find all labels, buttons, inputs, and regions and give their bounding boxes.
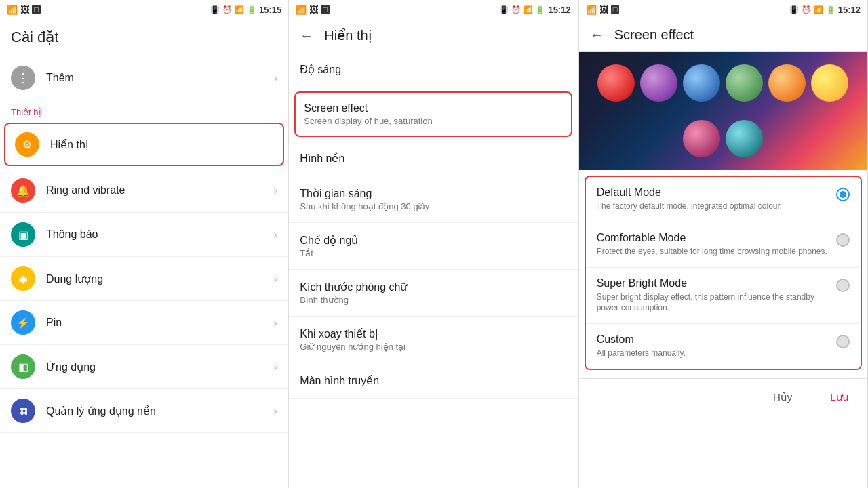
ring-chevron: › [273,184,277,198]
settings-item2-thoi-gian[interactable]: Thời gian sáng Sau khi không hoạt động 3… [289,176,577,223]
balls-container [579,52,867,170]
quan-ly-chevron: › [273,404,277,418]
settings-item-them[interactable]: ⋮ Thêm › [0,56,288,100]
battery-icon-2: 🔋 [536,5,545,14]
quan-ly-icon: ▦ [11,399,35,423]
default-mode-title: Default Mode [597,186,828,199]
ung-dung-label: Ứng dụng [46,361,273,373]
dung-luong-label: Dung lượng [46,272,273,285]
thong-bao-icon: ▣ [11,222,35,247]
signal-icon-2: 📶 [296,5,307,15]
settings-item-hien-thi[interactable]: ⚙ Hiển thị [4,123,284,166]
settings-item2-screen-effect[interactable]: Screen effect Screen display of hue, sat… [294,92,572,137]
hien-thi-label: Hiển thị [50,138,273,151]
screen-effect-subtitle: Screen display of hue, saturation [304,116,562,126]
settings-item2-hinh-nen[interactable]: Hình nền [289,141,577,176]
modes-container: Default Mode The factory default mode, i… [585,176,862,370]
pin-icon: ⚡ [11,310,35,335]
pin-label: Pin [46,317,273,329]
default-mode-radio[interactable] [836,188,850,201]
settings-item-dung-luong[interactable]: ◉ Dung lượng › [0,257,288,301]
settings-title: Cài đặt [11,28,277,46]
wifi-icon-3: 📶 [814,5,823,14]
dung-luong-chevron: › [273,272,277,286]
hero-image [579,52,867,170]
ball-orange [768,64,806,102]
ball-blue [683,64,720,102]
alarm-icon-1: ⏰ [222,5,232,14]
mode-item-comfortable[interactable]: Comfortable Mode Protect the eyes, suita… [586,222,861,268]
back-button-2[interactable]: ← [300,28,313,43]
che-do-ngu-subtitle: Tắt [300,248,566,258]
screen-effect-title: Screen effect [614,27,694,43]
custom-mode-radio[interactable] [836,335,850,348]
photo-icon-3: 🖼 [599,5,608,15]
status-bar-1: 📶 🖼 □ 📳 ⏰ 📶 🔋 15:15 [0,0,288,19]
ball-green [726,64,763,102]
section-device-label: Thiết bị [0,100,288,120]
comfortable-mode-title: Comfortable Mode [597,232,828,244]
comfortable-mode-text: Comfortable Mode Protect the eyes, suita… [597,232,828,258]
super-bright-mode-radio[interactable] [836,279,850,292]
panel-screen-effect: 📶 🖼 □ 📳 ⏰ 📶 🔋 15:12 ← Screen effect [578,0,868,488]
ball-pink [683,120,720,157]
mode-item-super-bright[interactable]: Super Bright Mode Super bright display e… [586,268,861,325]
mode-item-default[interactable]: Default Mode The factory default mode, i… [586,177,861,222]
ball-purple [640,64,677,102]
photo-icon-2: 🖼 [309,5,318,15]
settings-item-ung-dung[interactable]: ◧ Ứng dụng › [0,345,288,389]
thoi-gian-subtitle: Sau khi không hoạt động 30 giây [300,201,566,211]
super-bright-mode-title: Super Bright Mode [597,277,828,289]
screen-effect-header: ← Screen effect [579,19,867,52]
khi-xoay-label: Khi xoay thiết bị [300,327,566,340]
comfortable-mode-subtitle: Protect the eyes, suitable for long time… [597,246,828,258]
settings-list: ⋮ Thêm › Thiết bị ⚙ Hiển thị 🔔 Ring and … [0,56,288,488]
custom-mode-title: Custom [597,333,828,346]
comfortable-mode-radio[interactable] [836,233,850,247]
settings-item-quan-ly[interactable]: ▦ Quản lý ứng dụng nền › [0,389,288,433]
ung-dung-icon: ◧ [11,354,35,379]
ring-label: Ring and vibrate [46,184,273,197]
settings-item-ring[interactable]: 🔔 Ring and vibrate › [0,169,288,213]
settings-item2-do-sang[interactable]: Độ sáng [289,52,577,87]
wifi-icon-2: 📶 [524,5,533,14]
status-right-2: 📳 ⏰ 📶 🔋 15:12 [499,5,570,15]
status-bar-3: 📶 🖼 □ 📳 ⏰ 📶 🔋 15:12 [579,0,867,19]
save-button[interactable]: Lưu [825,387,854,407]
square-icon-2: □ [321,5,330,14]
ball-yellow [811,64,848,102]
status-left-2: 📶 🖼 □ [296,5,330,15]
alarm-icon-3: ⏰ [802,5,811,14]
status-time-3: 15:12 [838,5,861,15]
settings-item2-che-do-ngu[interactable]: Chế độ ngủ Tắt [289,223,577,270]
settings-item-thong-bao[interactable]: ▣ Thông báo › [0,213,288,257]
panel-settings: 📶 🖼 □ 📳 ⏰ 📶 🔋 15:15 Cài đặt ⋮ Thêm › Thi… [0,0,289,488]
square-icon-1: □ [32,5,41,14]
pin-chevron: › [273,316,277,330]
settings-item2-kich-thuoc[interactable]: Kích thước phông chữ Bình thường [289,270,577,317]
cancel-button[interactable]: Hủy [768,387,797,407]
settings-item-pin[interactable]: ⚡ Pin › [0,301,288,345]
default-mode-text: Default Mode The factory default mode, i… [597,186,828,212]
ung-dung-chevron: › [273,360,277,374]
signal-icon-1: 📶 [7,5,18,15]
super-bright-mode-subtitle: Super bright display effect, this patter… [597,291,828,314]
hien-thi-header: ← Hiển thị [289,19,577,52]
them-label: Thêm [46,72,273,84]
mode-item-custom[interactable]: Custom All parameters manually. [586,324,861,369]
dung-luong-icon: ◉ [11,266,35,291]
settings-item2-man-hinh[interactable]: Màn hình truyền [289,363,577,399]
status-time-1: 15:15 [259,5,281,15]
photo-icon-1: 🖼 [20,5,29,15]
signal-icon-3: 📶 [586,5,597,15]
ball-red [597,64,635,102]
ball-cyan [726,120,763,157]
dialog-buttons: Hủy Lưu [579,378,867,415]
battery-icon-3: 🔋 [826,5,835,14]
settings-item2-khi-xoay[interactable]: Khi xoay thiết bị Giữ nguyên hướng hiện … [289,317,577,363]
back-button-3[interactable]: ← [590,27,604,43]
thong-bao-chevron: › [273,228,277,242]
them-icon: ⋮ [11,66,35,90]
super-bright-mode-text: Super Bright Mode Super bright display e… [597,277,828,314]
panel-hien-thi: 📶 🖼 □ 📳 ⏰ 📶 🔋 15:12 ← Hiển thị Độ sáng S… [289,0,578,488]
